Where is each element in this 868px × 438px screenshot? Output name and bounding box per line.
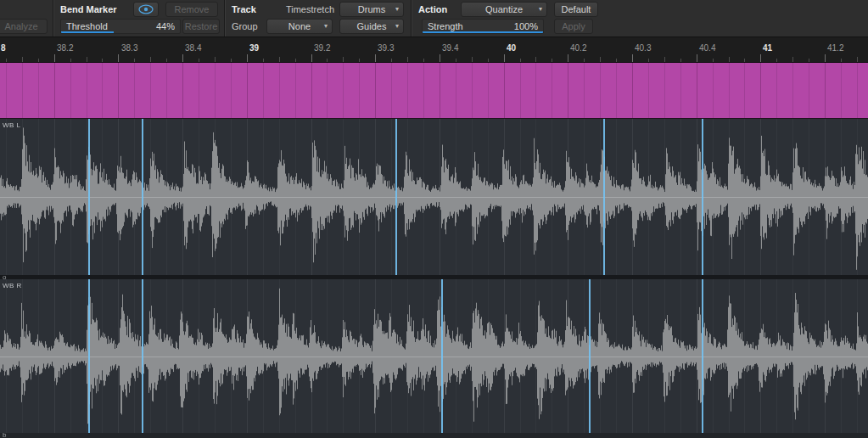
grid-line <box>680 63 681 118</box>
ruler-tick <box>616 59 617 62</box>
guides-dropdown[interactable]: Guides ▾ <box>339 19 404 34</box>
grid-line <box>535 63 536 118</box>
threshold-slider[interactable]: Threshold 44% <box>60 19 181 34</box>
bend-marker[interactable] <box>88 119 90 275</box>
ruler-tick <box>504 54 505 62</box>
channel-label-left: WB L <box>3 121 21 129</box>
ruler-tick <box>729 57 730 62</box>
grid-line <box>118 63 119 118</box>
ruler-tick <box>535 57 536 62</box>
ruler-tick <box>295 59 296 62</box>
ruler-tick <box>825 54 826 62</box>
grid-line <box>295 63 296 118</box>
ruler-tick <box>134 59 135 62</box>
grid-line <box>247 63 248 118</box>
grid-line <box>841 63 842 118</box>
ruler-tick <box>841 59 842 62</box>
grid-line <box>713 63 714 118</box>
guides-value: Guides <box>357 21 387 31</box>
timestretch-mode-value: Drums <box>358 4 385 14</box>
ruler-tick <box>648 59 649 62</box>
event-color-bar[interactable] <box>0 63 868 119</box>
grid-line <box>54 63 55 118</box>
bend-marker[interactable] <box>395 119 397 275</box>
ruler-label: 39.2 <box>314 43 330 53</box>
grid-line <box>166 63 167 118</box>
group-label: Group <box>232 21 266 31</box>
waveform-lane-right[interactable]: WB R <box>0 279 868 433</box>
grid-line <box>375 63 376 118</box>
timeline-ruler[interactable]: 838.238.338.43939.239.339.44040.240.340.… <box>0 37 868 63</box>
ruler-label: 8 <box>1 43 6 53</box>
remove-button[interactable]: Remove <box>165 2 218 17</box>
ruler-tick <box>231 59 232 62</box>
restore-button[interactable]: Restore <box>182 19 220 34</box>
ruler-tick <box>199 59 199 62</box>
timestretch-label: Timestretch <box>266 4 334 14</box>
ruler-tick <box>54 54 55 62</box>
waveform-canvas-right <box>0 279 868 433</box>
grid-line <box>648 63 649 118</box>
ruler-tick <box>760 54 761 62</box>
bend-marker[interactable] <box>702 279 703 433</box>
bend-marker-title: Bend Marker <box>60 4 133 14</box>
show-bend-markers-toggle[interactable] <box>133 2 159 17</box>
grid-line <box>825 63 826 118</box>
ruler-tick <box>488 59 489 62</box>
ruler-tick <box>568 54 568 62</box>
waveform-lane-left[interactable]: WB L <box>0 119 868 275</box>
grid-line <box>568 63 568 118</box>
toolbar: Analyze Bend Marker Remove Threshold 44% <box>0 0 868 37</box>
threshold-label: Threshold <box>66 21 108 31</box>
grid-line <box>760 63 761 118</box>
default-button[interactable]: Default <box>554 2 598 17</box>
ruler-tick <box>263 59 264 62</box>
grid-line <box>423 63 424 118</box>
ruler-tick <box>343 57 344 62</box>
bend-marker[interactable] <box>441 279 443 433</box>
chevron-down-icon: ▾ <box>324 22 328 31</box>
grid-line <box>792 63 793 118</box>
bend-marker[interactable] <box>589 279 591 433</box>
ruler-tick <box>279 57 280 62</box>
grid-line <box>279 63 280 118</box>
apply-button[interactable]: Apply <box>554 19 593 34</box>
partial-lane-label: o <box>3 273 6 281</box>
ruler-label: 40.2 <box>570 43 586 53</box>
strength-label: Strength <box>428 21 463 31</box>
grid-line <box>504 63 505 118</box>
ruler-tick <box>776 59 777 62</box>
grid-line <box>584 63 585 118</box>
ruler-tick <box>391 59 392 62</box>
grid-line <box>729 63 730 118</box>
analyze-button[interactable]: Analyze <box>0 19 48 34</box>
action-mode-dropdown[interactable]: Quantize ▾ <box>461 2 547 17</box>
grid-line <box>520 63 521 118</box>
ruler-tick <box>809 59 809 62</box>
strength-slider-fill <box>423 31 543 33</box>
group-dropdown[interactable]: None ▾ <box>266 19 333 34</box>
bend-marker[interactable] <box>88 279 90 433</box>
ruler-tick <box>87 57 87 62</box>
ruler-label: 41.2 <box>827 43 843 53</box>
bend-marker[interactable] <box>142 279 143 433</box>
ruler-label: 40 <box>507 43 516 53</box>
grid-line <box>134 63 135 118</box>
bend-marker[interactable] <box>603 119 605 275</box>
bend-marker[interactable] <box>702 119 703 275</box>
chevron-down-icon: ▾ <box>539 5 542 14</box>
grid-line <box>552 63 552 118</box>
grid-line <box>776 63 777 118</box>
grid-line <box>456 63 456 118</box>
action-mode-value: Quantize <box>485 4 523 14</box>
ruler-tick <box>472 57 473 62</box>
ruler-label: 40.4 <box>699 43 715 53</box>
bend-marker[interactable] <box>142 119 143 275</box>
ruler-label: 39 <box>249 43 259 53</box>
ruler-tick <box>166 59 167 62</box>
ruler-tick <box>6 59 7 62</box>
grid-line <box>697 63 697 118</box>
group-value: None <box>288 21 311 31</box>
timestretch-mode-dropdown[interactable]: Drums ▾ <box>339 2 404 17</box>
strength-slider[interactable]: Strength 100% <box>422 19 544 34</box>
